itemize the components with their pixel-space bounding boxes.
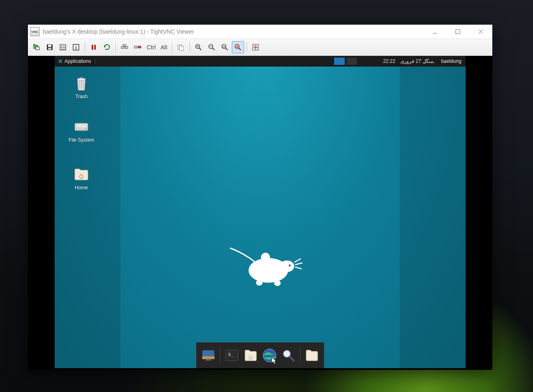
desktop-icon-trash[interactable]: Trash	[63, 74, 100, 99]
xfce-top-panel: ✕ Applications ⋮	[55, 56, 466, 67]
minimize-button[interactable]	[423, 25, 446, 39]
dock-app-finder[interactable]	[280, 347, 297, 364]
svg-rect-8	[48, 48, 51, 50]
date-display[interactable]: منگل 27 فروری,	[398, 56, 437, 67]
tightvnc-window: VNC baeldung's X desktop (baeldung-linux…	[28, 25, 492, 370]
svg-point-47	[85, 129, 87, 130]
xfce-mouse-wallpaper-icon	[227, 245, 305, 290]
notification-indicator[interactable]	[376, 56, 381, 67]
user-menu[interactable]: baeldung	[437, 56, 466, 67]
svg-rect-21	[138, 46, 141, 48]
maximize-button[interactable]	[446, 25, 469, 39]
window-title: baeldung's X desktop (baeldung-linux:1) …	[43, 28, 194, 35]
toolbar-separator	[189, 42, 190, 52]
svg-text:A: A	[236, 45, 238, 48]
svg-line-25	[199, 48, 201, 50]
toolbar-separator	[115, 42, 116, 52]
alt-toggle-button[interactable]: Alt	[159, 41, 169, 53]
svg-rect-20	[134, 46, 137, 48]
clock[interactable]: 22:22	[381, 56, 398, 67]
desktop-icon-label: Home	[63, 185, 100, 191]
svg-line-62	[290, 357, 294, 361]
file-transfer-button[interactable]	[175, 41, 187, 53]
dock-terminal[interactable]: $_	[223, 347, 240, 364]
zoom-in-button[interactable]	[192, 41, 205, 53]
zoom-auto-button[interactable]: A	[232, 41, 244, 53]
svg-line-35	[239, 48, 241, 50]
svg-text:i: i	[75, 45, 77, 51]
svg-point-49	[279, 261, 294, 272]
toolbar-separator	[85, 42, 85, 52]
svg-rect-23	[180, 46, 183, 51]
tightvnc-app-icon: VNC	[30, 27, 39, 36]
toolbar-separator	[247, 42, 247, 52]
clock-time: 22:22	[383, 58, 395, 64]
trash-icon	[72, 74, 90, 92]
svg-point-50	[261, 253, 270, 262]
svg-rect-1	[456, 30, 460, 34]
toolbar-separator	[172, 42, 172, 52]
svg-rect-5	[36, 47, 39, 50]
connection-info-button[interactable]: i	[70, 41, 82, 53]
svg-rect-56	[205, 359, 211, 361]
vnc-toolbar: i Ctrl Alt 100 A	[28, 39, 492, 56]
dock-directory[interactable]	[303, 347, 321, 364]
cursor-icon	[271, 357, 279, 365]
svg-line-29	[212, 48, 215, 50]
svg-line-32	[226, 48, 228, 50]
svg-rect-19	[123, 44, 126, 46]
svg-point-53	[274, 280, 281, 286]
svg-rect-55	[202, 356, 215, 359]
dock-separator	[220, 348, 220, 363]
xfce-logo-icon: ✕	[58, 58, 63, 65]
save-session-button[interactable]	[44, 41, 56, 53]
pause-button[interactable]	[88, 41, 100, 53]
workspace-2[interactable]	[346, 57, 358, 65]
dock-separator	[300, 348, 300, 363]
dock-file-manager[interactable]	[242, 347, 259, 364]
refresh-button[interactable]	[101, 41, 113, 53]
volume-indicator[interactable]	[366, 56, 371, 67]
svg-text:100: 100	[222, 46, 226, 48]
dock-web-browser[interactable]	[261, 347, 278, 364]
send-ctrl-esc-button[interactable]	[132, 41, 144, 53]
new-connection-button[interactable]	[30, 41, 43, 53]
send-ctrl-alt-del-button[interactable]	[118, 41, 131, 53]
svg-rect-15	[92, 45, 93, 50]
svg-rect-16	[95, 45, 96, 50]
fullscreen-button[interactable]	[249, 41, 262, 53]
workspace-1[interactable]	[334, 57, 345, 65]
svg-point-41	[77, 78, 85, 81]
desktop-icon-home[interactable]: Home	[63, 165, 100, 191]
window-titlebar[interactable]: VNC baeldung's X desktop (baeldung-linux…	[28, 25, 492, 39]
menu-grip-icon: ⋮	[93, 58, 98, 64]
svg-point-51	[289, 265, 291, 267]
drive-icon	[72, 118, 90, 136]
connection-options-button[interactable]	[57, 41, 69, 53]
user-label: baeldung	[441, 58, 461, 64]
workspace-switcher[interactable]	[334, 57, 358, 65]
remote-xfce-desktop[interactable]: ✕ Applications ⋮	[55, 56, 466, 368]
zoom-out-button[interactable]	[205, 41, 218, 53]
desktop-icon-label: Trash	[63, 94, 100, 99]
desktop-icon-filesystem[interactable]: File System	[63, 118, 100, 143]
date-text: منگل 27 فروری,	[400, 58, 434, 64]
svg-text:$_: $_	[228, 352, 234, 357]
home-folder-icon	[72, 165, 90, 183]
remote-display-area[interactable]: ✕ Applications ⋮	[28, 56, 492, 370]
svg-rect-46	[76, 125, 87, 128]
applications-menu-label: Applications	[65, 58, 91, 64]
svg-rect-7	[48, 45, 51, 47]
svg-point-52	[256, 280, 263, 286]
svg-rect-18	[125, 46, 128, 48]
dock-show-desktop[interactable]	[200, 347, 217, 364]
battery-indicator[interactable]	[371, 56, 376, 67]
svg-rect-17	[121, 46, 124, 48]
xfce-bottom-dock: $_	[196, 342, 324, 368]
close-button[interactable]	[469, 25, 492, 39]
network-indicator[interactable]	[361, 56, 366, 67]
desktop-icon-label: File System	[63, 137, 100, 143]
applications-menu-button[interactable]: ✕ Applications ⋮	[55, 56, 101, 67]
zoom-100-button[interactable]: 100	[219, 41, 231, 53]
ctrl-toggle-button[interactable]: Ctrl	[145, 41, 158, 53]
